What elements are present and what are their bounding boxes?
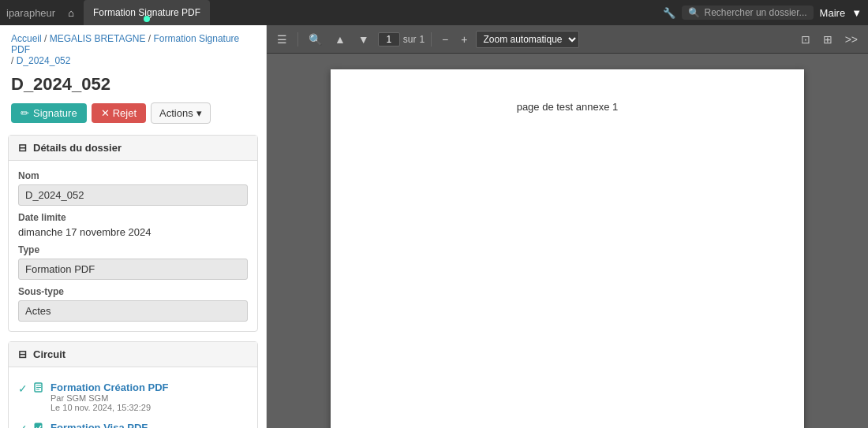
breadcrumb-accueil[interactable]: Accueil	[11, 33, 42, 44]
pdf-toolbar: ☰ 🔍 ▲ ▼ sur 1 − + Zoom automatique 50% 7…	[267, 25, 868, 54]
x-icon: ✕	[101, 107, 110, 119]
page-title: D_2024_052	[0, 71, 266, 102]
circuit-body: ✓ Formation Création PDF Par SGM SGM Le …	[9, 367, 257, 428]
breadcrumb-dossier[interactable]: D_2024_052	[17, 55, 71, 66]
circuit-item-1: ✓ Formation Création PDF Par SGM SGM Le …	[18, 377, 248, 417]
circuit-title-1[interactable]: Formation Création PDF	[51, 381, 248, 393]
circuit-check-2: ✓	[18, 422, 28, 428]
user-label: Maire	[820, 7, 846, 19]
breadcrumb-sep-1: /	[44, 33, 50, 44]
toolbar-sep-1	[297, 32, 298, 47]
pen-icon: ✏	[21, 107, 29, 119]
rejet-button[interactable]: ✕ Rejet	[92, 103, 146, 123]
breadcrumb-sep-3: /	[11, 55, 17, 66]
details-section: ⊟ Détails du dossier Nom D_2024_052 Date…	[8, 135, 258, 332]
circuit-collapse-icon: ⊟	[18, 348, 27, 360]
circuit-header[interactable]: ⊟ Circuit	[9, 342, 257, 367]
pdf-sidebar-toggle[interactable]: ☰	[273, 31, 291, 48]
action-buttons: ✏ Signature ✕ Rejet Actions ▾	[0, 102, 266, 135]
signature-button[interactable]: ✏ Signature	[11, 103, 87, 123]
search-icon: 🔍	[688, 7, 700, 18]
circuit-check-1: ✓	[18, 382, 28, 395]
circuit-title: Circuit	[33, 348, 65, 360]
circuit-file-icon-1	[34, 382, 44, 395]
circuit-title-2[interactable]: Formation Visa PDF	[51, 422, 248, 428]
circuit-file-icon-2	[34, 422, 44, 428]
pdf-zoom-select[interactable]: Zoom automatique 50% 75% 100% 125% 150%	[476, 31, 579, 48]
details-collapse-icon: ⊟	[18, 142, 27, 154]
nom-label: Nom	[18, 170, 248, 181]
pdf-viewer: ☰ 🔍 ▲ ▼ sur 1 − + Zoom automatique 50% 7…	[267, 25, 868, 428]
pdf-fit-width[interactable]: ⊞	[819, 31, 836, 48]
pdf-page-total: 1	[419, 34, 425, 45]
pdf-search-button[interactable]: 🔍	[305, 31, 326, 48]
pdf-page-info: sur 1	[378, 32, 425, 47]
circuit-info-1: Formation Création PDF Par SGM SGM Le 10…	[51, 381, 248, 412]
home-icon[interactable]: ⌂	[68, 7, 74, 19]
details-header[interactable]: ⊟ Détails du dossier	[9, 136, 257, 161]
actions-button[interactable]: Actions ▾	[151, 102, 211, 124]
pdf-page-separator: sur	[403, 34, 417, 45]
pdf-zoom-in[interactable]: +	[457, 31, 471, 48]
type-value: Formation PDF	[18, 259, 248, 280]
details-body: Nom D_2024_052 Date limite dimanche 17 n…	[9, 161, 257, 331]
date-value: dimanche 17 novembre 2024	[18, 226, 248, 238]
left-panel: Accueil / MEGALIS BRETAGNE / Formation S…	[0, 25, 267, 428]
pdf-next-page[interactable]: ▼	[354, 31, 373, 48]
main-layout: Accueil / MEGALIS BRETAGNE / Formation S…	[0, 25, 868, 428]
breadcrumb: Accueil / MEGALIS BRETAGNE / Formation S…	[0, 25, 266, 71]
circuit-sub1-1: Par SGM SGM	[51, 393, 248, 403]
breadcrumb-megalis[interactable]: MEGALIS BRETAGNE	[50, 33, 146, 44]
details-title: Détails du dossier	[33, 142, 122, 154]
user-dropdown-icon[interactable]: ▼	[851, 7, 862, 19]
caret-icon: ▾	[196, 107, 202, 119]
toolbar-sep-2	[431, 32, 432, 47]
actions-label: Actions	[159, 107, 193, 119]
nav-right: 🔧 🔍 Rechercher un dossier... Maire ▼	[663, 6, 862, 20]
circuit-info-2: Formation Visa PDF Par DGS elodie.tessie…	[51, 422, 248, 428]
search-placeholder: Rechercher un dossier...	[705, 7, 807, 18]
pdf-content: page de test annexe 1	[267, 54, 868, 428]
pdf-page-input[interactable]	[378, 32, 400, 47]
circuit-sub2-1: Le 10 nov. 2024, 15:32:29	[51, 403, 248, 412]
tab-dot	[144, 16, 150, 22]
active-tab[interactable]: Formation Signature PDF	[84, 0, 210, 25]
breadcrumb-sep-2: /	[148, 33, 154, 44]
pdf-fit-page[interactable]: ⊡	[797, 31, 814, 48]
type-label: Type	[18, 244, 248, 255]
rejet-label: Rejet	[113, 107, 137, 119]
pdf-page-text: page de test annexe 1	[517, 101, 619, 113]
app-brand: iparapheur	[6, 7, 55, 19]
sous-type-label: Sous-type	[18, 286, 248, 297]
signature-label: Signature	[33, 107, 77, 119]
sous-type-value: Actes	[18, 300, 248, 322]
wrench-icon[interactable]: 🔧	[663, 7, 675, 19]
top-nav: iparapheur ⌂ Formation Signature PDF 🔧 🔍…	[0, 0, 868, 25]
nom-value: D_2024_052	[18, 184, 248, 206]
circuit-item-2: ✓ Formation Visa PDF Par DGS elodie.tess…	[18, 417, 248, 428]
circuit-section: ⊟ Circuit ✓ Format	[8, 341, 258, 428]
pdf-expand[interactable]: >>	[841, 31, 862, 48]
pdf-zoom-out[interactable]: −	[438, 31, 452, 48]
pdf-page: page de test annexe 1	[331, 69, 804, 428]
search-box[interactable]: 🔍 Rechercher un dossier...	[682, 6, 814, 20]
pdf-prev-page[interactable]: ▲	[331, 31, 350, 48]
date-label: Date limite	[18, 212, 248, 223]
